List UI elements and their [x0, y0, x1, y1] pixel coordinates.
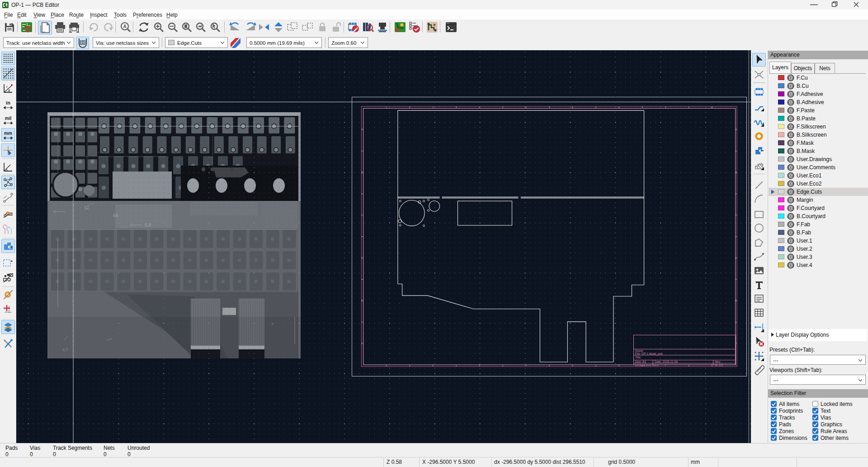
svg-text:Date: 2025-11-06: Date: 2025-11-06 [655, 360, 678, 363]
svg-text:mm: mm [4, 131, 12, 136]
svg-text:E: E [735, 299, 737, 302]
svg-text:θ: θ [8, 89, 10, 93]
svg-text:C: C [735, 214, 737, 216]
svg-text:in: in [6, 100, 10, 105]
svg-text:B: B [361, 171, 363, 174]
svg-text:E: E [361, 299, 363, 302]
svg-text:D: D [361, 257, 363, 259]
svg-text:KiCad E.D.A. 8.0.8: KiCad E.D.A. 8.0.8 [635, 363, 659, 367]
svg-text:mil: mil [5, 116, 12, 121]
svg-text:D: D [735, 257, 737, 259]
svg-text:Id: 1/1: Id: 1/1 [715, 363, 723, 367]
svg-text:B: B [735, 171, 737, 174]
svg-text:A: A [361, 128, 363, 131]
svg-text:A: A [123, 24, 126, 29]
svg-text:A: A [735, 128, 737, 131]
svg-text:Rev:: Rev: [715, 360, 721, 363]
svg-text:Size: A3: Size: A3 [635, 360, 646, 363]
svg-text:F: F [361, 342, 363, 345]
svg-text:Title:: Title: [635, 356, 642, 359]
svg-text:C: C [361, 214, 363, 216]
svg-text:r: r [6, 85, 8, 89]
